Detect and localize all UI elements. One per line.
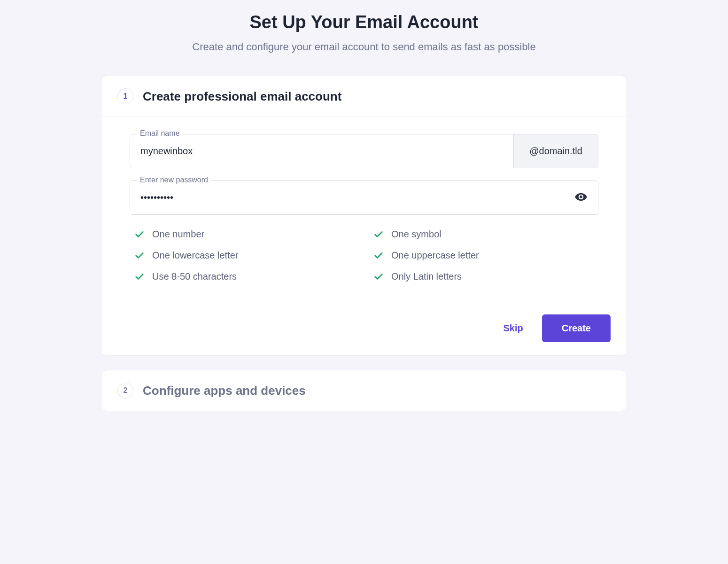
requirement-item: One number bbox=[134, 229, 355, 240]
page-subtitle: Create and configure your email account … bbox=[101, 41, 627, 53]
step-2-title: Configure apps and devices bbox=[143, 384, 306, 398]
requirement-item: One lowercase letter bbox=[134, 250, 355, 261]
check-icon bbox=[373, 272, 384, 282]
requirement-text: One symbol bbox=[391, 229, 441, 240]
requirement-item: Only Latin letters bbox=[373, 271, 594, 282]
check-icon bbox=[373, 251, 384, 261]
requirement-text: Use 8-50 characters bbox=[152, 271, 237, 282]
email-name-field-group: Email name @domain.tld bbox=[130, 134, 598, 168]
requirement-text: One lowercase letter bbox=[152, 250, 238, 261]
email-name-label: Email name bbox=[137, 129, 182, 138]
step-1-badge: 1 bbox=[117, 88, 133, 104]
requirement-text: Only Latin letters bbox=[391, 271, 462, 282]
check-icon bbox=[373, 229, 384, 240]
password-label: Enter new password bbox=[137, 176, 211, 184]
requirement-item: One symbol bbox=[373, 229, 594, 240]
email-name-row: @domain.tld bbox=[130, 134, 598, 168]
step-2-header: 2 Configure apps and devices bbox=[101, 370, 627, 411]
skip-button[interactable]: Skip bbox=[503, 323, 523, 334]
password-input[interactable] bbox=[130, 181, 564, 214]
step-1-card: 1 Create professional email account Emai… bbox=[101, 76, 627, 356]
page-title: Set Up Your Email Account bbox=[101, 12, 627, 32]
step-2-card[interactable]: 2 Configure apps and devices bbox=[101, 370, 627, 411]
check-icon bbox=[134, 251, 145, 261]
password-row bbox=[130, 180, 598, 215]
requirement-text: One number bbox=[152, 229, 204, 240]
step-1-title: Create professional email account bbox=[143, 89, 341, 104]
requirement-item: One uppercase letter bbox=[373, 250, 594, 261]
password-requirements: One number One symbol One lowercase lett… bbox=[130, 227, 598, 296]
step-2-badge: 2 bbox=[117, 383, 133, 399]
step-1-header: 1 Create professional email account bbox=[101, 76, 627, 117]
check-icon bbox=[134, 229, 145, 240]
email-name-input[interactable] bbox=[130, 134, 513, 168]
step-1-body: Email name @domain.tld Enter new passwor… bbox=[101, 117, 627, 301]
requirement-item: Use 8-50 characters bbox=[134, 271, 355, 282]
create-button[interactable]: Create bbox=[542, 314, 611, 342]
toggle-password-visibility-button[interactable] bbox=[564, 190, 598, 205]
eye-icon bbox=[574, 190, 588, 205]
step-1-footer: Skip Create bbox=[101, 301, 627, 355]
email-domain-suffix: @domain.tld bbox=[513, 134, 598, 168]
requirement-text: One uppercase letter bbox=[391, 250, 479, 261]
password-field-group: Enter new password bbox=[130, 180, 598, 215]
check-icon bbox=[134, 272, 145, 282]
